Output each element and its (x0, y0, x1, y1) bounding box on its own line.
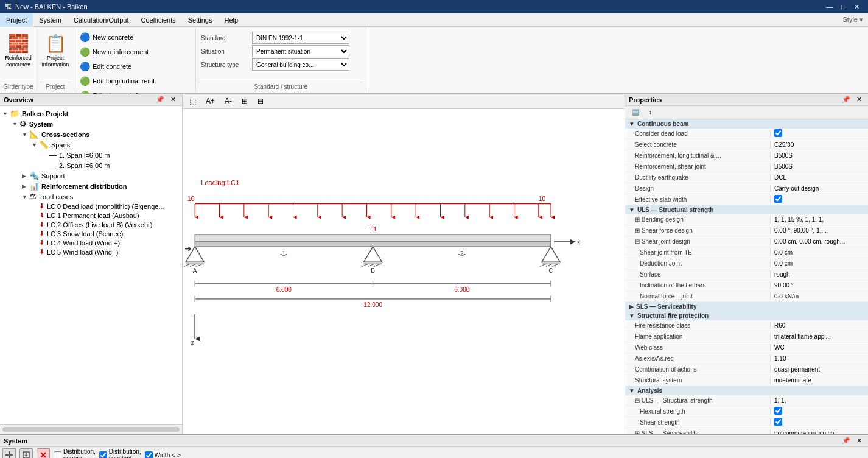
select-tool[interactable]: ⬚ (185, 95, 200, 107)
maximize-button[interactable]: □ (838, 3, 849, 11)
new-concrete-button[interactable]: 🔵 New concrete (77, 30, 136, 44)
lc5-label: LC 5 Wind load (Wind -) (47, 248, 118, 256)
tree-item-reinf-dist[interactable]: ▶ 📊 Reinforcement distribution (2, 181, 180, 191)
tree-item-load-cases[interactable]: ▼ ⚖ Load cases (2, 191, 180, 202)
system-close[interactable]: ✕ (854, 436, 864, 445)
edit-longitudinal-button[interactable]: 🟢 Edit longitudinal reinf. (77, 74, 159, 88)
tree-item-span1[interactable]: — 1. Span l=6.00 m (2, 150, 180, 160)
tree-item-system[interactable]: ▼ ⚙ System (2, 119, 180, 129)
text-increase-btn[interactable]: A+ (201, 95, 219, 107)
effective-slab-check[interactable] (774, 195, 782, 203)
menu-system[interactable]: System (33, 13, 68, 27)
standard-select[interactable]: DIN EN 1992-1-1 (252, 32, 349, 44)
tree-item-lc5[interactable]: ⬇ LC 5 Wind load (Wind -) (2, 247, 180, 256)
tree-expand-spans[interactable]: ▼ (32, 142, 39, 148)
distribution-general-check[interactable]: Distribution,general (54, 448, 96, 458)
view-btn2[interactable]: ⊟ (253, 95, 268, 107)
tree-expand-lc[interactable]: ▼ (22, 194, 29, 200)
structure-type-select[interactable]: General building co... (252, 58, 349, 71)
props-sort-cat[interactable]: ↕ (645, 107, 656, 118)
continuous-beam-header[interactable]: ▼ Continuous beam (625, 119, 868, 129)
minimize-button[interactable]: — (822, 3, 836, 11)
tree-item-balken-projekt[interactable]: ▼ 📁 Balken Projekt (2, 108, 180, 119)
analysis-collapse-icon: ▼ (629, 387, 635, 394)
ribbon-group-standard: Standard DIN EN 1992-1-1 Situation Perma… (196, 28, 366, 91)
props-pin[interactable]: 📌 (839, 95, 853, 104)
text-decrease-btn[interactable]: A- (220, 95, 236, 107)
lc3-icon: ⬇ (39, 230, 44, 238)
shear-te-value: 0.0 cm (771, 248, 868, 256)
tree-cross-label: Cross-sections (41, 131, 89, 138)
fire-header[interactable]: ▼ Structural fire protection (625, 311, 868, 320)
width-checkbox[interactable] (145, 451, 153, 459)
tree-expand-icon[interactable]: ▼ (2, 111, 10, 117)
tree-expand-system[interactable]: ▼ (12, 121, 19, 127)
sls-collapse-icon: ▶ (629, 303, 634, 310)
analysis-header[interactable]: ▼ Analysis (625, 386, 868, 395)
system-pin[interactable]: 📌 (839, 436, 853, 445)
loading-label: Loading:LC1 (201, 179, 239, 186)
dist-general-checkbox[interactable] (54, 451, 61, 459)
svg-text:12.000: 12.000 (363, 301, 382, 308)
shear-strength-check[interactable] (774, 418, 782, 426)
prop-sls-analysis: ⊞ SLS — Serviceability no computation, n… (625, 428, 868, 434)
tree-item-lc2[interactable]: ⬇ LC 2 Offices (Live load B) (Verkehr) (2, 220, 180, 229)
tree-system-label: System (29, 121, 53, 128)
new-reinforcement-label: New reinforcement (93, 48, 149, 55)
prop-uls-strength: ⊟ ULS — Structural strength 1, 1, (625, 395, 868, 406)
properties-panel: Properties 📌 ✕ 🔤 ↕ ▼ Continuous beam Con… (625, 94, 868, 434)
uls-header[interactable]: ▼ ULS — Structural strength (625, 205, 868, 214)
ribbon: 🧱 Reinforcedconcrete▾ Girder type 📋 Proj… (0, 27, 868, 94)
girder-icon: 🧱 (8, 33, 29, 54)
girder-group-label: Girder type (2, 82, 34, 90)
tree-item-lc0[interactable]: ⬇ LC 0 Dead load (monolithic) (Eigenge..… (2, 202, 180, 211)
flexural-check[interactable] (774, 407, 782, 415)
tree-item-lc1[interactable]: ⬇ LC 1 Permanent load (Ausbau) (2, 211, 180, 220)
menu-project[interactable]: Project (0, 13, 33, 27)
tree-item-lc3[interactable]: ⬇ LC 3 Snow load (Schnee) (2, 229, 180, 238)
menu-calculation[interactable]: Calculation/Output (68, 13, 135, 27)
overview-close[interactable]: ✕ (168, 95, 178, 104)
situation-select[interactable]: Permanent situation (252, 45, 349, 57)
edit-concrete-button[interactable]: 🔵 Edit concrete (77, 60, 135, 73)
new-reinforcement-button[interactable]: 🟢 New reinforcement (77, 45, 152, 58)
menu-settings[interactable]: Settings (182, 13, 219, 27)
tree-item-span2[interactable]: — 2. Span l=6.00 m (2, 160, 180, 171)
tree-expand-cross[interactable]: ▼ (22, 132, 29, 138)
overview-hscroll[interactable] (0, 424, 182, 434)
consider-dead-load-check[interactable] (774, 129, 782, 137)
sls-header[interactable]: ▶ SLS — Serviceability (625, 302, 868, 311)
tree-item-lc4[interactable]: ⬇ LC 4 Wind load (Wind +) (2, 238, 180, 247)
props-sort-alpha[interactable]: 🔤 (628, 107, 643, 118)
dist-constant-checkbox[interactable] (99, 451, 107, 459)
drawing-area: Loading:LC1 10 10 (183, 109, 625, 434)
add-span-button[interactable] (2, 448, 16, 458)
distribution-constant-check[interactable]: Distribution,constant (99, 448, 141, 458)
close-button[interactable]: ✕ (850, 3, 863, 11)
new-concrete-icon: 🔵 (80, 32, 90, 42)
menu-coefficients[interactable]: Coefficients (135, 13, 181, 27)
tree-expand-support[interactable]: ▶ (22, 173, 29, 179)
props-close[interactable]: ✕ (854, 95, 864, 104)
prop-shear-from-te: Shear joint from TE 0.0 cm (625, 247, 868, 258)
tree-expand-reinf[interactable]: ▶ (22, 183, 29, 189)
props-toolbar: 🔤 ↕ (625, 106, 868, 119)
import-button[interactable] (19, 448, 33, 458)
overview-pin[interactable]: 📌 (153, 95, 167, 104)
project-info-button[interactable]: 📋 Projectinformation (40, 29, 71, 72)
tree-item-support[interactable]: ▶ 🔩 Support (2, 171, 180, 181)
view-btn1[interactable]: ⊞ (237, 95, 252, 107)
svg-text:C: C (548, 267, 553, 274)
beam-diagram: Loading:LC1 10 10 (183, 109, 625, 434)
girder-type-button[interactable]: 🧱 Reinforcedconcrete▾ (2, 29, 34, 72)
svg-text:-2-: -2- (458, 250, 466, 257)
menu-help[interactable]: Help (218, 13, 244, 27)
width-check[interactable]: Width <-> (145, 451, 181, 459)
dist-constant-label: Distribution,constant (109, 448, 141, 458)
combo-value: quasi-permanent (771, 365, 868, 373)
tree-cross-icon: 📐 (29, 130, 39, 139)
delete-span-button[interactable] (37, 448, 50, 458)
tree-item-cross-sections[interactable]: ▼ 📐 Cross-sections (2, 129, 180, 139)
tree-item-spans[interactable]: ▼ 📏 Spans (2, 139, 180, 150)
lc0-icon: ⬇ (39, 202, 44, 210)
